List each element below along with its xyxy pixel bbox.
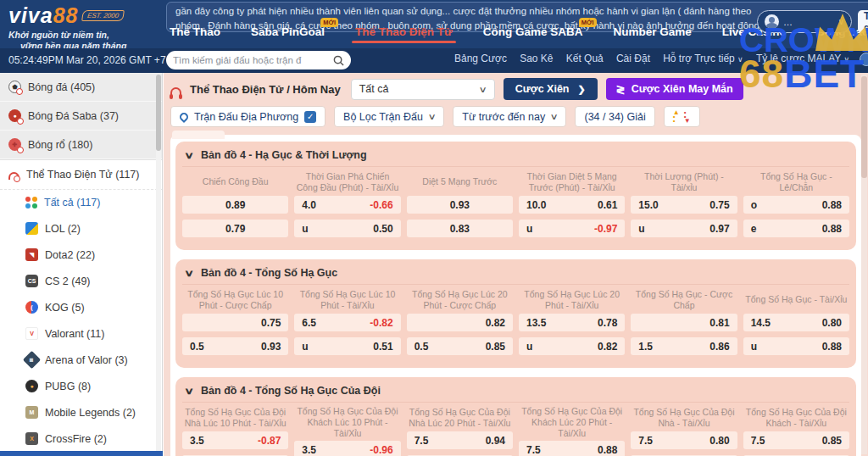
odds-cell[interactable]: 14.50.80 [743, 314, 849, 331]
odds-cell[interactable]: 7.50.80 [631, 431, 737, 449]
local-match-toggle[interactable]: Trận Đấu Địa Phương ✓ [170, 106, 326, 127]
nav-item-1[interactable]: Thể Thao [170, 25, 220, 45]
time-filter-dropdown[interactable]: Từ trước đến nay ∨ [453, 106, 566, 127]
panel-collapse-header[interactable]: ∨Bản đồ 4 - Tổng Số Hạ Gục [182, 264, 849, 285]
valorant-icon: V [25, 327, 38, 340]
sidebar-item-esports-section[interactable]: Thể Thao Điện Tử (117) [0, 159, 162, 190]
sidebar-item-count: (8) [75, 381, 91, 392]
panel-collapse-header[interactable]: ∨Bản đồ 4 - Hạ Gục & Thời Lượng [182, 146, 849, 167]
odds-cell[interactable]: u-0.97 [519, 220, 625, 237]
game-filter-select[interactable]: Tất cả ∨ [351, 79, 495, 100]
handicap-label: 3.5 [302, 444, 316, 456]
odds-cell[interactable]: 10.00.61 [519, 196, 625, 214]
sidebar-item-aov[interactable]: ◆Arena of Valor (3) [0, 347, 162, 373]
odds-value: 0.88 [822, 223, 842, 235]
league-count-pill[interactable]: (34 / 34) Giải [575, 106, 654, 127]
odds-cell[interactable]: 15.00.75 [631, 196, 737, 214]
odds-cell[interactable]: 4.0-0.66 [294, 196, 400, 214]
subnav-link-1[interactable]: Bảng Cược [454, 53, 507, 64]
odds-cell[interactable]: 0.93 [407, 196, 513, 214]
globe-icon[interactable] [860, 53, 868, 66]
odds-value: 0.89 [225, 199, 245, 211]
odds-cell[interactable]: 0.50.85 [407, 337, 513, 355]
toolbar-filters: Trận Đấu Địa Phương ✓ Bộ Lọc Trận Đấu ∨ … [164, 103, 868, 132]
sidebar-item-soccer[interactable]: ⬟Bóng đá (405) [0, 73, 162, 102]
odds-cell[interactable]: 3.5-0.87 [182, 431, 288, 449]
chevron-down-icon: ∨ [184, 150, 194, 161]
league-count-label: (34 / 34) Giải [584, 111, 645, 123]
chevron-down-icon: ∨ [184, 386, 194, 397]
lightning-icon: ≷ [616, 83, 626, 96]
dota2-icon: ◥ [25, 248, 38, 261]
sidebar-item-mlbb[interactable]: MMobile Legends (2) [0, 399, 162, 425]
subnav-link-4[interactable]: Cài Đặt [616, 53, 650, 64]
odds-value: 0.79 [225, 223, 245, 235]
odds-cell[interactable]: 7.50.88 [519, 441, 625, 456]
market-column: Thời Gian Phá Chiến Công Đầu (Phút) - Tà… [294, 169, 400, 243]
sidebar-item-cs2[interactable]: CSCS 2 (49) [0, 268, 162, 294]
odds-cell[interactable]: 0.79 [182, 220, 288, 237]
market-header: Tổng Số Hạ Gục Của Đội Khách Lúc 10 Phút… [294, 404, 400, 441]
odds-value: 0.93 [261, 341, 281, 353]
nav-item-4[interactable]: Cổng Game SABAMỚI [483, 25, 583, 45]
account-menu[interactable]: … ∨ [757, 10, 852, 33]
market-column: Tổng Số Hạ Gục Của Đội Khách Lúc 20 Phút… [519, 404, 625, 456]
odds-cell[interactable]: 0.50.93 [182, 337, 288, 355]
odds-cell[interactable]: 7.50.85 [743, 431, 849, 449]
match-filter-dropdown[interactable]: Bộ Lọc Trận Đấu ∨ [334, 106, 444, 127]
odds-cell[interactable]: 3.5-0.96 [294, 441, 400, 456]
odds-cell[interactable]: 0.83 [407, 220, 513, 237]
parlay-button[interactable]: Cược Xiên❯ [504, 78, 598, 100]
deposit-button[interactable]: Tiền gửi [858, 10, 868, 33]
lucky-parlay-button[interactable]: ≷Cược Xiên May Mắn [606, 78, 743, 100]
subnav-link-3[interactable]: Kết Quả [566, 53, 604, 64]
odds-cell[interactable]: u0.88 [743, 337, 849, 355]
panel-collapse-header[interactable]: ∨Bản đồ 4 - Tổng Số Hạ Gục Của Đội [182, 381, 849, 403]
sidebar-item-dota2[interactable]: ◥Dota2 (22) [0, 242, 162, 268]
odds-cell[interactable]: 0.81 [631, 314, 737, 331]
sidebar-item-pubg[interactable]: ●PUBG (8) [0, 373, 162, 399]
sidebar-scrollbar[interactable] [156, 75, 161, 454]
sidebar-bottom-banner [0, 451, 163, 456]
sort-asc-icon: ▲•• [673, 110, 680, 124]
nav-item-5[interactable]: Number Game [614, 25, 692, 45]
sidebar-item-valorant[interactable]: VValorant (11) [0, 320, 162, 347]
odds-cell[interactable]: 6.5-0.82 [294, 314, 400, 331]
sidebar-item-label: PUBG [45, 381, 75, 392]
sort-control[interactable]: ▲•• ••▼ [664, 106, 700, 127]
search-icon [333, 55, 344, 66]
sidebar-item-count: (11) [84, 328, 105, 340]
odds-cell[interactable]: 13.50.78 [519, 314, 625, 331]
account-greeting: … [783, 17, 834, 27]
odds-cell[interactable]: u0.97 [631, 220, 737, 237]
search-input[interactable]: Tìm kiếm giải đấu hoặc trận đ [166, 51, 351, 70]
odds-cell[interactable]: o0.88 [743, 196, 849, 214]
odds-cell[interactable]: 0.89 [182, 196, 288, 214]
subnav-link-5[interactable]: Hỗ trợ Trực tiếp ∨ [663, 53, 743, 64]
sidebar-item-lol[interactable]: LOL (2) [0, 215, 162, 242]
sidebar-item-all-games[interactable]: Tất cả (117) [0, 190, 162, 215]
market-header: Diệt 5 Mạng Trước [407, 169, 513, 196]
market-header: Tổng Số Hạ Gục Của Đội Khách - Tài/Xỉu [743, 404, 849, 431]
odds-cell[interactable]: 1.50.86 [631, 337, 737, 355]
odds-cell[interactable]: 0.82 [407, 314, 513, 331]
local-match-checkbox[interactable]: ✓ [304, 111, 316, 123]
panel-title: Bản đồ 4 - Tổng Số Hạ Gục Của Đội [201, 385, 381, 397]
odds-cell[interactable]: u0.51 [294, 337, 400, 355]
sidebar-item-basketball[interactable]: ✚Bóng rổ (180) [0, 131, 162, 159]
odds-cell[interactable]: 7.50.94 [407, 431, 513, 449]
sidebar-item-soccer-saba[interactable]: ●Bóng Đá Saba (37) [0, 102, 162, 131]
nav-item-2[interactable]: Saba PinGoalMỚI [251, 25, 325, 45]
odds-cell[interactable]: e0.88 [743, 220, 849, 237]
sidebar-item-kog[interactable]: (KOG (5) [0, 294, 162, 320]
subnav-link-2[interactable]: Sao Kê [520, 53, 553, 64]
nav-item-3[interactable]: Thể Thao Điện Tử [355, 25, 453, 45]
odds-cell[interactable]: u0.82 [519, 337, 625, 355]
viva88-logo[interactable]: viva88 EST. 2000 Khởi nguồn từ niềm tin,… [8, 3, 165, 52]
sidebar-item-crossfire[interactable]: XCrossFire (2) [0, 425, 162, 452]
subnav-link-6[interactable]: Tỷ lệ cược MALAY ∨ [756, 53, 849, 64]
main-scrollbar[interactable] [861, 75, 867, 454]
odds-panel-1: ∨Bản đồ 4 - Hạ Gục & Thời LượngChiến Côn… [175, 142, 856, 250]
odds-cell[interactable]: u0.50 [294, 220, 400, 237]
odds-cell[interactable]: 0.75 [182, 314, 288, 331]
